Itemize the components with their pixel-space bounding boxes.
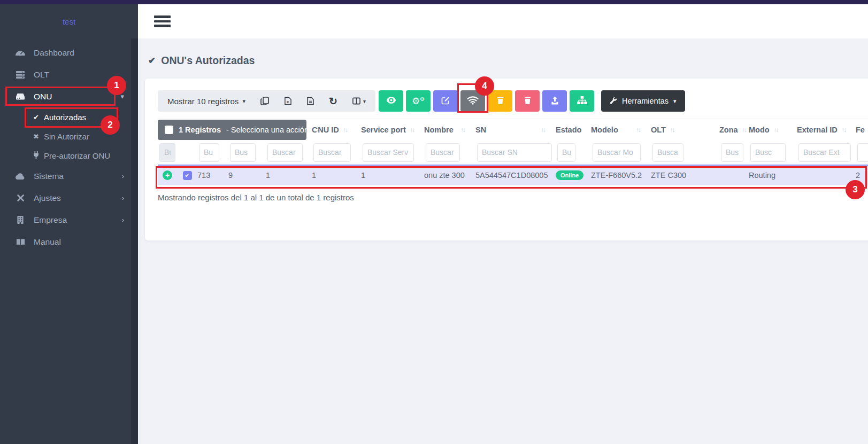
trash-icon — [524, 96, 531, 106]
column-header-olt[interactable]: OLT↑↓ — [651, 126, 719, 134]
sort-icon: ↑↓ — [774, 127, 778, 133]
filter-input-index[interactable] — [199, 143, 219, 162]
herramientas-button[interactable]: Herramientas ▾ — [601, 90, 685, 112]
clear-button[interactable] — [488, 90, 512, 112]
onu-table: 1 Registros - Selecciona una acción ▾ ON… — [158, 119, 868, 185]
page-length-select[interactable]: Mostrar 10 registros ▾ — [167, 97, 245, 106]
filter-input-modelo[interactable] — [593, 143, 641, 162]
bulk-action-select[interactable]: 1 Registros - Selecciona una acción ▾ — [158, 120, 306, 140]
cell-card: 1 — [266, 171, 312, 180]
view-button[interactable] — [379, 90, 403, 112]
filter-input-estado[interactable] — [557, 143, 575, 162]
sidebar-scroll-track[interactable] — [131, 38, 138, 444]
sort-icon: ↑↓ — [670, 127, 674, 133]
sidebar-item-olt[interactable]: OLT — [0, 64, 138, 85]
book-icon — [15, 238, 26, 246]
sidebar-item-manual[interactable]: Manual — [0, 231, 138, 253]
sidebar-item-sistema[interactable]: Sistema › — [0, 165, 138, 187]
filter-input-onu-id[interactable] — [313, 143, 351, 162]
filter-input-card[interactable] — [267, 143, 303, 162]
sidebar-item-label: OLT — [34, 70, 49, 80]
sidebar-item-label: Dashboard — [34, 48, 74, 58]
column-header-modelo[interactable]: Modelo↑↓ — [591, 126, 651, 134]
sidebar-item-pre-autorizar[interactable]: Pre-autorizar ONU — [0, 146, 138, 165]
table-filter-row — [158, 140, 868, 165]
column-header-service-port[interactable]: Service port↑↓ — [361, 126, 424, 134]
table-row[interactable]: + ✔ 713 9 1 1 1 onu zte 300 5A544547C1D0… — [158, 165, 868, 185]
wifi-icon — [467, 96, 479, 106]
router-icon — [15, 94, 26, 100]
column-header-fecha[interactable]: Fe — [856, 126, 868, 134]
chevron-right-icon: › — [122, 216, 124, 224]
filter-input-olt[interactable] — [652, 143, 683, 162]
gears-icon: ⚙⚙ — [412, 97, 425, 106]
sidebar-item-sin-autorizar[interactable]: ✖ Sin Autorizar — [0, 127, 138, 146]
wifi-button[interactable] — [460, 90, 485, 112]
filter-input-sn[interactable] — [477, 143, 552, 162]
brand-logo[interactable]: test — [0, 4, 138, 38]
filter-input-service-port[interactable] — [363, 143, 414, 162]
expand-row-icon[interactable]: + — [163, 170, 172, 180]
filter-input-expand[interactable] — [159, 143, 175, 162]
caret-down-icon: ▾ — [242, 98, 245, 105]
sidebar-item-label: Sistema — [34, 172, 64, 181]
sidebar-item-dashboard[interactable]: Dashboard — [0, 42, 138, 64]
wrench-icon — [610, 97, 617, 106]
topbar — [138, 4, 868, 38]
table-header-row: 1 Registros - Selecciona una acción ▾ ON… — [158, 119, 868, 140]
sort-icon: ↑↓ — [343, 127, 348, 133]
upload-button[interactable] — [542, 90, 567, 112]
sidebar-item-onu[interactable]: ONU ▾ — [0, 85, 138, 107]
column-header-onu-id[interactable]: ONU ID↑↓ — [312, 126, 361, 134]
refresh-icon[interactable]: ↻ — [329, 95, 337, 107]
column-header-zona[interactable]: Zona↑↓ — [719, 126, 749, 134]
action-buttons: ⚙⚙ Herramientas ▾ — [379, 90, 685, 112]
column-header-nombre[interactable]: Nombre↑↓ — [424, 126, 475, 134]
sitemap-icon — [577, 96, 587, 106]
file-text-icon[interactable] — [307, 97, 314, 105]
sidebar-item-empresa[interactable]: Empresa › — [0, 209, 138, 231]
sidebar-item-autorizadas[interactable]: ✔ Autorizadas — [0, 107, 138, 127]
export-excel-icon[interactable]: x — [285, 97, 291, 105]
column-header-external-id[interactable]: External ID↑↓ — [797, 126, 856, 134]
filter-input-zona[interactable] — [721, 143, 743, 162]
cell-fecha: 2 — [856, 171, 868, 180]
config-button[interactable]: ⚙⚙ — [406, 90, 431, 112]
select-all-checkbox[interactable] — [165, 126, 173, 134]
sidebar-item-ajustes[interactable]: Ajustes › — [0, 187, 138, 209]
filter-input-fecha[interactable] — [857, 143, 868, 162]
x-icon: ✖ — [33, 133, 39, 141]
chevron-right-icon: › — [122, 172, 124, 180]
sidebar-item-label: Ajustes — [34, 193, 61, 203]
cloud-icon — [15, 173, 26, 180]
hamburger-menu-icon[interactable] — [154, 13, 171, 29]
sidebar-item-label: Pre-autorizar ONU — [44, 151, 110, 160]
cell-nombre: onu zte 300 — [424, 171, 475, 180]
column-header-modo[interactable]: Modo↑↓ — [749, 126, 797, 134]
column-header-sn[interactable]: SN↑↓ — [475, 126, 556, 134]
cell-modo: Routing — [749, 171, 797, 180]
delete-button[interactable] — [515, 90, 540, 112]
row-checkbox[interactable]: ✔ — [183, 171, 192, 180]
records-summary: Mostrando registros del 1 al 1 de un tot… — [158, 193, 868, 202]
sitemap-button[interactable] — [570, 90, 594, 112]
cell-onu-id: 1 — [312, 171, 361, 180]
cell-index: 713 — [197, 171, 228, 180]
sidebar-item-label: Manual — [34, 237, 61, 247]
column-header-estado[interactable]: Estado — [556, 126, 591, 134]
filter-input-nombre[interactable] — [426, 143, 460, 162]
columns-visibility-icon[interactable]: ▾ — [352, 96, 365, 106]
copy-icon[interactable] — [260, 97, 269, 105]
filter-input-port[interactable] — [230, 143, 256, 162]
edit-button[interactable] — [433, 90, 458, 112]
sort-icon: ↑↓ — [842, 127, 846, 133]
tools-icon — [15, 194, 26, 202]
chevron-down-icon: ▾ — [120, 92, 124, 100]
filter-input-external-id[interactable] — [798, 143, 851, 162]
sort-icon: ↑↓ — [742, 127, 747, 133]
status-badge: Online — [556, 170, 583, 180]
filter-input-modo[interactable] — [750, 143, 786, 162]
table-controls-group: Mostrar 10 registros ▾ x ↻ ▾ — [158, 90, 375, 112]
svg-text:x: x — [287, 99, 289, 104]
page-title: ✔ ONU's Autorizadas — [138, 38, 868, 67]
